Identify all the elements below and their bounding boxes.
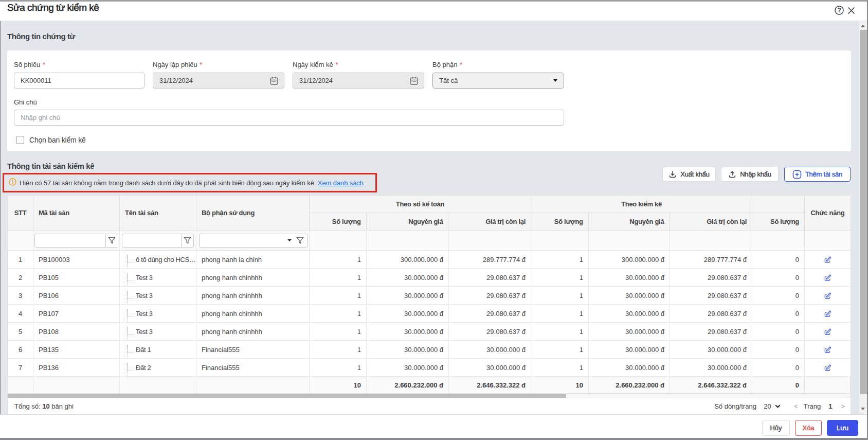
svg-text:?: ? <box>837 7 841 14</box>
